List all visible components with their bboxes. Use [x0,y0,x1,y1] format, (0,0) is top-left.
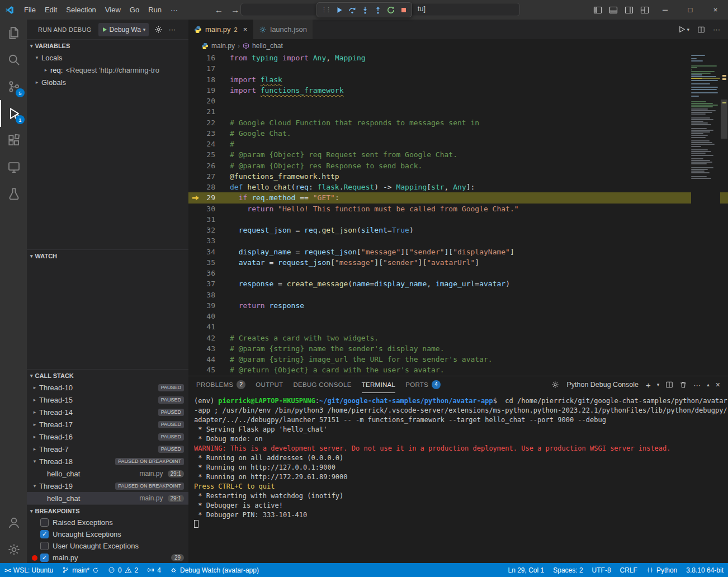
indentation-item[interactable]: Spaces: 2 [549,563,587,577]
glyph-margin[interactable] [188,149,203,160]
breakpoint-checkbox[interactable] [40,518,49,527]
debug-step-into-button[interactable] [361,6,369,14]
glyph-margin[interactable] [188,257,203,268]
code-line-23[interactable]: 23# Google Chat. [188,128,728,139]
code-line-44[interactable]: 44# @param {string} image_url the URL fo… [188,354,728,365]
terminal-profile-label[interactable]: Python Debug Console [566,381,639,389]
code-line-40[interactable]: 40 [188,311,728,321]
call-stack-thread-row[interactable]: ▸Thread-16PAUSED [27,431,188,443]
code-line-30[interactable]: 30 return "Hello! This function must be … [188,204,728,214]
split-editor-icon[interactable] [697,26,705,34]
panel-tab-terminal[interactable]: TERMINAL [362,376,396,393]
line-number[interactable]: 29 [203,192,215,203]
breadcrumb-file[interactable]: main.py [211,42,235,50]
call-stack-thread-row[interactable]: ▸Thread-7PAUSED [27,443,188,455]
maximize-panel-icon[interactable]: ▴ [707,382,710,387]
glyph-margin[interactable] [188,235,203,246]
activity-explorer-icon[interactable] [0,20,27,46]
code-line-26[interactable]: 26# @param {Object} res Response to send… [188,160,728,171]
line-number[interactable]: 26 [203,160,215,171]
code-line-39[interactable]: 39 return response [188,300,728,311]
forwarded-ports-item[interactable]: 4 [143,563,166,577]
line-number[interactable]: 23 [203,128,215,139]
breakpoint-checkbox[interactable] [40,530,49,538]
toggle-sidebar-icon[interactable] [590,0,606,20]
call-stack-thread-row[interactable]: ▾Thread-19PAUSED ON BREAKPOINT [27,480,188,492]
cursor-position-item[interactable]: Ln 29, Col 1 [503,563,549,577]
panel-more-actions-icon[interactable]: ··· [693,381,701,389]
debug-continue-button[interactable] [335,6,343,14]
menu-go[interactable]: Go [125,6,144,14]
glyph-margin[interactable] [188,225,203,235]
customize-layout-icon[interactable] [637,0,653,20]
line-number[interactable]: 40 [203,311,215,321]
activity-extensions-icon[interactable] [0,127,27,154]
code-line-21[interactable]: 21 [188,106,728,117]
menu-edit[interactable]: Edit [40,6,62,14]
terminal-dropdown-icon[interactable]: ▾ [657,382,660,387]
glyph-margin[interactable] [188,214,203,225]
glyph-margin[interactable] [188,354,203,365]
line-number[interactable]: 44 [203,354,215,365]
line-number[interactable]: 28 [203,182,215,192]
line-number[interactable]: 25 [203,149,215,160]
debug-settings-gear-icon[interactable] [154,25,163,34]
code-line-31[interactable]: 31 [188,214,728,225]
section-breakpoints[interactable]: ▾ BREAKPOINTS [27,504,188,517]
call-stack-frame-row[interactable]: hello_chatmain.py29:1 [27,492,188,504]
glyph-margin[interactable] [188,300,203,311]
debug-step-over-button[interactable] [348,6,356,14]
code-line-36[interactable]: 36 [188,268,728,278]
tab-main-py[interactable]: main.py 2 × [188,20,253,39]
activity-search-icon[interactable] [0,46,27,73]
glyph-margin[interactable] [188,96,203,106]
line-number[interactable]: 35 [203,257,215,268]
breakpoint-row[interactable]: User Uncaught Exceptions [27,540,188,552]
line-number[interactable]: 21 [203,106,215,117]
tab-close-icon[interactable]: × [243,25,248,34]
run-python-file-button[interactable]: ▾ [678,26,689,33]
glyph-margin[interactable] [188,117,203,128]
call-stack-frame-row[interactable]: hello_chatmain.py29:1 [27,467,188,480]
code-line-18[interactable]: 18import flask [188,74,728,85]
line-number[interactable]: 27 [203,171,215,182]
code-line-41[interactable]: 41 [188,321,728,332]
glyph-margin[interactable] [188,321,203,332]
activity-source-control-icon[interactable]: 5 [0,73,27,100]
line-number[interactable]: 36 [203,268,215,278]
code-line-33[interactable]: 33 [188,235,728,246]
glyph-margin[interactable] [188,160,203,171]
menu-view[interactable]: View [101,6,125,14]
line-number[interactable]: 39 [203,300,215,311]
code-line-22[interactable]: 22# Google Cloud Function that responds … [188,117,728,128]
line-number[interactable]: 33 [203,235,215,246]
kill-terminal-icon[interactable] [679,381,687,389]
line-number[interactable]: 45 [203,365,215,375]
terminal-output[interactable]: (env) pierrick@LAPTOP-HKU5PNNG:~/git/goo… [188,393,728,563]
activity-testing-icon[interactable] [0,181,27,207]
code-line-16[interactable]: 16from typing import Any, Mapping [188,53,728,63]
glyph-margin[interactable] [188,63,203,74]
glyph-margin[interactable] [188,53,203,63]
line-number[interactable]: 42 [203,333,215,343]
variable-row[interactable]: ▸req:<Request 'http://charming-tro [27,64,188,76]
scrollbar-slider[interactable] [721,100,727,139]
line-number[interactable]: 31 [203,214,215,225]
line-number[interactable]: 37 [203,278,215,289]
section-call-stack[interactable]: ▾ CALL STACK [27,369,188,381]
call-stack-thread-row[interactable]: ▾Thread-18PAUSED ON BREAKPOINT [27,455,188,467]
editor-more-actions-icon[interactable]: ··· [713,25,720,34]
breakpoint-row[interactable]: Raised Exceptions [27,517,188,528]
sidebar-more-actions-icon[interactable]: ··· [168,25,176,34]
menu-more[interactable]: ··· [166,6,182,14]
call-stack-thread-row[interactable]: ▸Thread-14PAUSED [27,406,188,418]
code-line-42[interactable]: 42# Creates a card with two widgets. [188,333,728,343]
line-number[interactable]: 18 [203,74,215,85]
code-line-28[interactable]: 28def hello_chat(req: flask.Request) -> … [188,182,728,192]
window-minimize-button[interactable]: ─ [653,0,678,20]
line-number[interactable]: 16 [203,53,215,63]
glyph-margin[interactable] [188,365,203,375]
split-terminal-icon[interactable] [665,381,673,389]
python-interpreter-item[interactable]: 3.8.10 64-bit [682,563,728,577]
glyph-margin[interactable] [188,85,203,96]
